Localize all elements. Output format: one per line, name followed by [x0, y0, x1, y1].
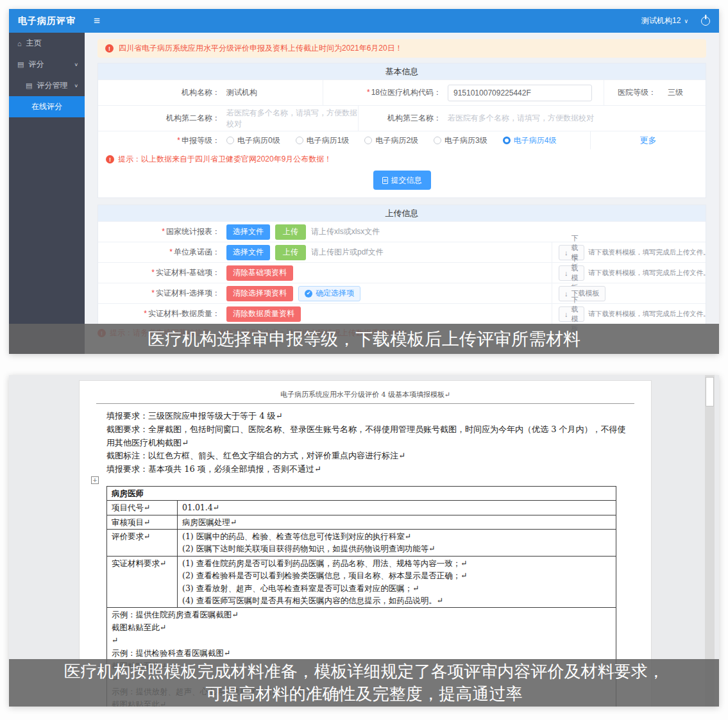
radio-label: 电子病历4级	[514, 135, 557, 146]
choose-file-button[interactable]: 选择文件	[226, 245, 270, 260]
code-label: 18位医疗机构代码：	[371, 88, 441, 97]
example-title: 示例：提供检验科查看医嘱截图↵	[112, 647, 611, 660]
level-label: 申报等级：	[182, 136, 220, 145]
upload-button[interactable]: 上传	[275, 224, 306, 240]
row-label: 实证材料-数据质量：	[148, 309, 220, 318]
deadline-alert: ! 四川省电子病历系统应用水平分级评价申报及资料上传截止时间为2021年6月20…	[97, 39, 706, 58]
power-icon[interactable]	[701, 17, 710, 26]
template-cell: ↓下载模板 请下载资料模板，填写完成后上传文件。	[552, 304, 706, 324]
audit-value-cell: 病房医嘱处理↵	[178, 515, 616, 529]
sidebar: 电子病历评审 ⌂ 主页 ▤ 评分 ∨ ▤ 评分管理 ∨ 在线评分	[9, 9, 85, 354]
evidence-line: (3) 查看放射、超声、心电等检查科室是否可以查看对应的医嘱；↵	[182, 582, 611, 594]
radio-icon	[226, 137, 234, 144]
org-name: 测试机构12	[641, 15, 681, 26]
doc-paragraph: 填报要求：基本项共 16 项，必须全部填报，否则不通过↵	[106, 463, 627, 476]
download-icon: ↓	[564, 269, 568, 277]
download-icon: ↓	[564, 249, 568, 256]
scrollbar-thumb[interactable]	[706, 377, 714, 406]
more-link[interactable]: 更多	[590, 131, 706, 149]
document-screenshot-panel: 电子病历系统应用水平分级评价 4 级基本项填报模板↵ 填报要求：三级医院应申报等…	[9, 375, 719, 707]
confirm-optional-button[interactable]: ✔ 确定选择项	[298, 286, 360, 301]
evidence-line: (2) 查看检验科是否可以看到检验类医嘱信息，项目名称、标本显示是否正确；↵	[182, 569, 611, 582]
sidebar-item-online-score[interactable]: 在线评分	[9, 96, 85, 117]
third-name-label: 机构第三名称：	[387, 113, 441, 124]
table-row-title: 病房医师	[107, 486, 616, 500]
submit-area: 提交信息	[98, 165, 706, 197]
check-icon: ✔	[305, 290, 312, 297]
radio-level-3[interactable]: 电子病历3级	[434, 135, 487, 146]
download-template-button[interactable]: ↓下载模板	[559, 286, 605, 301]
upload-row-data-quality: *实证材料-数据质量： 清除数据质量资料 ↓下载模板 请下载资料模板，填写完成后…	[98, 303, 706, 324]
submit-button[interactable]: 提交信息	[373, 171, 431, 190]
download-hint: 请下载资料模板，填写完成后上传文件。	[589, 269, 710, 278]
code-value-cell: 01.01.4↵	[178, 501, 616, 515]
radio-level-0[interactable]: 电子病历0级	[226, 135, 280, 146]
doc-paragraph: 截图标注：以红色方框、箭头、红色文字组合的方式，对评价重点内容进行标注↵	[106, 449, 627, 463]
doc-paragraph: 填报要求：三级医院应申报等级大于等于 4 级↵	[106, 410, 627, 423]
third-name-label-cell: 机构第三名称：	[358, 106, 448, 131]
radio-level-1[interactable]: 电子病历1级	[296, 135, 350, 146]
download-hint: 请下载资料模板，填写完成后上传文件。	[589, 310, 710, 319]
example-paste: 截图粘贴至此↵	[112, 621, 611, 634]
required-mark: *	[177, 136, 180, 145]
radio-label: 电子病历2级	[375, 135, 418, 146]
required-mark: *	[144, 309, 147, 318]
third-name-input[interactable]: 若医院有多个名称，请填写，方便数据校对	[448, 113, 706, 124]
row-label: 单位承诺函：	[174, 247, 220, 256]
row-label-cell: *实证材料-选择项：	[98, 288, 226, 299]
sidebar-item-home[interactable]: ⌂ 主页	[9, 33, 85, 54]
required-mark: *	[151, 289, 155, 297]
alert-icon: !	[106, 155, 114, 163]
evidence-label-cell: 实证材料要求↵	[107, 556, 178, 608]
app-logo: 电子病历评审	[9, 9, 85, 33]
upload-hint: 请上传图片或pdf文件	[311, 247, 384, 258]
radio-icon	[434, 137, 441, 144]
hamburger-icon[interactable]: ≡	[94, 15, 100, 28]
org-name-label: 机构名称：	[98, 87, 226, 98]
sidebar-item-score-manage[interactable]: ▤ 评分管理 ∨	[9, 75, 85, 96]
eval-line: (1) 医嘱中的药品、检验、检查等信息可传送到对应的执行科室↵	[182, 530, 611, 542]
download-template-button[interactable]: ↓下载模板	[559, 306, 584, 322]
download-icon: ↓	[564, 310, 568, 318]
upload-row-evidence-basic: *实证材料-基础项： 清除基础项资料 ↓下载模板 请下载资料模板，填写完成后上传…	[98, 262, 706, 283]
required-mark: *	[151, 268, 155, 277]
code-input[interactable]: 91510100709225442F	[448, 85, 592, 101]
basic-hint: ! 提示：以上数据来自于四川省卫健委官网2020年9月公布数据！	[98, 149, 706, 165]
clear-basic-button[interactable]: 清除基础项资料	[226, 265, 293, 281]
list-icon: ▤	[26, 81, 32, 90]
chevron-down-icon: ∨	[684, 18, 688, 24]
org-dropdown[interactable]: 测试机构12 ∨	[641, 15, 688, 26]
sidebar-item-score[interactable]: ▤ 评分 ∨	[9, 54, 85, 75]
document-scrollbar[interactable]	[705, 375, 715, 707]
radio-level-4[interactable]: 电子病历4级	[503, 135, 557, 146]
clear-optional-button[interactable]: 清除选择项资料	[226, 286, 293, 301]
basic-info-card: 基本信息 机构名称： 测试机构 *18位医疗机构代码： 915101007092…	[97, 63, 706, 198]
download-template-button[interactable]: ↓下载模板	[559, 265, 584, 281]
choose-file-button[interactable]: 选择文件	[226, 224, 270, 240]
document-header-title: 电子病历系统应用水平分级评价 4 级基本项填报模板↵	[96, 390, 634, 404]
caption-overlay-1: 医疗机构选择审申报等级，下载模板后上传评审所需材料	[9, 324, 719, 354]
radio-icon	[296, 137, 303, 144]
basic-row-2: 机构第二名称： 若医院有多个名称，请填写，方便数据校对 机构第三名称： 若医院有…	[98, 105, 706, 131]
caption-line-1: 医疗机构按照模板完成材料准备，模板详细规定了各项评审内容评价及材料要求，	[64, 660, 665, 683]
chevron-down-icon: ∨	[74, 83, 78, 88]
caption-text: 医疗机构选择审申报等级，下载模板后上传评审所需材料	[148, 328, 580, 351]
upload-button[interactable]: 上传	[275, 245, 306, 260]
radio-level-2[interactable]: 电子病历2级	[364, 135, 418, 146]
sidebar-item-label: 评分管理	[37, 80, 67, 91]
grade-label: 医院等级：	[618, 87, 656, 98]
download-hint: 请下载资料模板，填写完成后上传文件。	[589, 248, 710, 257]
table-move-handle-icon[interactable]: +	[91, 476, 99, 484]
second-name-input[interactable]: 若医院有多个名称，请填写，方便数据校对	[226, 108, 358, 130]
confirm-label: 确定选择项	[316, 288, 354, 299]
table-row-audit: 审核项目↵ 病房医嘱处理↵	[107, 515, 616, 529]
evidence-line: (4) 查看医师写医嘱时是否具有相关医嘱内容的信息提示，如药品说明。↵	[182, 594, 611, 607]
clear-quality-button[interactable]: 清除数据质量资料	[226, 306, 301, 322]
upload-row-stat-report: *国家统计报表： 选择文件 上传 请上传xls或xlsx文件	[98, 221, 706, 242]
grade-label-cell: 医院等级：	[604, 80, 663, 105]
eval-value-cell: (1) 医嘱中的药品、检验、检查等信息可传送到对应的执行科室↵ (2) 医嘱下达…	[178, 530, 616, 557]
evidence-line: (1) 查看住院药房是否可以看到药品医嘱，药品名称、用法、规格等内容一致；↵	[182, 557, 611, 569]
eval-line: (2) 医嘱下达时能关联项目获得药物知识，如提供药物说明查询功能等↵	[182, 542, 611, 555]
table-title-cell: 病房医师	[107, 486, 616, 500]
grade-value: 三级	[663, 87, 706, 98]
